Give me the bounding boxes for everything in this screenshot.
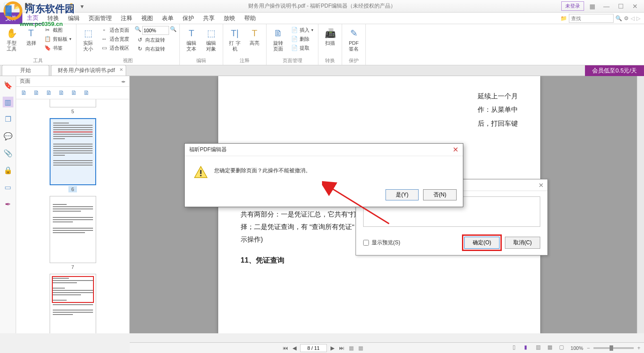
rotate-right-button[interactable]: ↻向右旋转 xyxy=(135,45,177,53)
menu-view[interactable]: 视图 xyxy=(137,13,157,24)
pdf-sign-button[interactable]: ✎PDF 签名 xyxy=(345,26,363,53)
thumbnail-list[interactable]: 5 6 7 xyxy=(16,99,129,333)
sidetool-layers-icon[interactable]: ❐ xyxy=(3,114,13,124)
delete-ok-button[interactable]: 确定(O) xyxy=(464,237,500,249)
qat-print-icon[interactable]: 🖨 xyxy=(35,2,43,10)
next-page-icon[interactable]: ▶ xyxy=(330,345,335,351)
menu-help[interactable]: 帮助 xyxy=(240,13,260,24)
maximize-icon[interactable]: ☐ xyxy=(614,2,627,11)
close-icon[interactable]: ✕ xyxy=(629,2,641,11)
nav-extra-icon-1[interactable]: ▦ xyxy=(348,345,355,351)
view-cont-facing-icon[interactable]: ▦ xyxy=(547,344,555,352)
menu-home[interactable]: 主页 xyxy=(22,13,43,24)
qat-dropdown-icon[interactable]: ▾ xyxy=(78,2,86,10)
edit-object-button[interactable]: ⬚编辑 对象 xyxy=(202,26,220,53)
nav-fwd-icon[interactable]: ▷ xyxy=(636,15,640,21)
menu-form[interactable]: 表单 xyxy=(157,13,178,24)
thumbnail-page-5[interactable]: 5 xyxy=(50,99,96,115)
insert-page-button[interactable]: 📄插入▾ xyxy=(289,26,315,34)
sidetool-signatures-icon[interactable]: ✒ xyxy=(3,199,13,209)
menu-edit[interactable]: 编辑 xyxy=(64,13,84,24)
start-tab[interactable]: 开始 xyxy=(2,65,49,76)
typewriter-button[interactable]: T|打 字机 xyxy=(226,26,244,53)
menu-protect[interactable]: 保护 xyxy=(178,13,199,24)
first-page-icon[interactable]: ⏮ xyxy=(282,345,289,351)
thumb-tb-icon-5[interactable]: 🗎 xyxy=(71,89,79,97)
thumb-tb-icon-2[interactable]: 🗎 xyxy=(33,89,41,97)
show-preview-checkbox[interactable]: 显示预览(S) xyxy=(363,239,400,247)
menu-annotate[interactable]: 注释 xyxy=(116,13,137,24)
rotate-left-button[interactable]: ↺向左旋转 xyxy=(135,36,177,44)
view-facing-icon[interactable]: ▥ xyxy=(536,344,544,352)
view-extra-icon[interactable]: ▢ xyxy=(559,344,567,352)
zoom-slider[interactable] xyxy=(593,347,634,349)
extract-page-button[interactable]: 📄提取 xyxy=(289,44,315,52)
thumb-tb-icon-1[interactable]: 🗎 xyxy=(21,89,29,97)
view-single-icon[interactable]: ▯ xyxy=(513,344,521,352)
prev-page-icon[interactable]: ◀ xyxy=(292,345,297,351)
select-tool-button[interactable]: Ꭲ 选择 xyxy=(22,26,40,47)
thumb-tb-icon-6[interactable]: 🗎 xyxy=(83,89,91,97)
sidetool-fields-icon[interactable]: ▭ xyxy=(3,182,13,192)
confirm-dialog-close-icon[interactable]: ✕ xyxy=(453,145,458,154)
fit-visible-button[interactable]: ▭适合视区 xyxy=(99,44,131,52)
thumbnail-page-6[interactable]: 6 xyxy=(50,118,96,192)
zoom-select[interactable] xyxy=(142,26,169,35)
qat-save-icon[interactable]: 💾 xyxy=(24,2,32,10)
thumb-tb-icon-3[interactable]: 🗎 xyxy=(46,89,54,97)
screenshot-button[interactable]: ✂截图 xyxy=(42,26,73,34)
zoom-in-icon[interactable]: 🔍 xyxy=(170,26,177,35)
menu-page-mgmt[interactable]: 页面管理 xyxy=(84,13,116,24)
zoom-out-icon[interactable]: 🔍 xyxy=(135,26,141,35)
qat-undo-icon[interactable]: ↶ xyxy=(46,2,54,10)
fit-width-button[interactable]: ↔适合宽度 xyxy=(99,35,131,43)
document-tab[interactable]: 财务用户操作说明书.pdf ✕ xyxy=(51,65,126,76)
clipboard-button[interactable]: 📋剪贴板▾ xyxy=(42,35,73,43)
fit-page-button[interactable]: ▫适合页面 xyxy=(99,26,131,34)
member-banner[interactable]: 会员低至0.5元/天 xyxy=(585,65,644,76)
hand-tool-button[interactable]: ✋ 手型 工具 xyxy=(3,26,21,53)
thumbnail-page-8[interactable]: 8 xyxy=(50,274,96,333)
file-menu[interactable]: 文件 xyxy=(0,13,22,24)
actual-size-button[interactable]: ⬚ 实际 大小 xyxy=(79,26,97,53)
nav-back-icon[interactable]: ◁ xyxy=(631,15,635,21)
sidetool-bookmark-icon[interactable]: 🔖 xyxy=(3,80,13,90)
highlight-button[interactable]: T高亮 xyxy=(246,26,263,47)
sidetool-thumbnails-icon[interactable]: ▥ xyxy=(3,97,13,107)
menu-share[interactable]: 共享 xyxy=(199,13,219,24)
search-input[interactable] xyxy=(569,14,614,23)
delete-cancel-button[interactable]: 取消(C) xyxy=(505,237,540,249)
sidetool-comments-icon[interactable]: 💬 xyxy=(3,131,13,141)
menu-present[interactable]: 放映 xyxy=(219,13,240,24)
nav-extra-icon-2[interactable]: ▦ xyxy=(357,345,364,351)
gear-icon[interactable]: ⚙ xyxy=(624,15,629,21)
thumb-tb-icon-4[interactable]: 🗎 xyxy=(58,89,66,97)
sidetool-security-icon[interactable]: 🔒 xyxy=(3,165,13,175)
delete-dialog-close-icon[interactable]: ✕ xyxy=(538,182,544,189)
qat-hand-icon[interactable]: ✋ xyxy=(67,2,75,10)
vertical-scrollbar[interactable] xyxy=(637,76,644,333)
confirm-yes-button[interactable]: 是(Y) xyxy=(386,189,419,200)
confirm-no-button[interactable]: 否(N) xyxy=(423,189,457,200)
page-number-input[interactable] xyxy=(300,344,327,352)
edit-text-button[interactable]: T编辑 文本 xyxy=(182,26,200,53)
sidetool-attachments-icon[interactable]: 📎 xyxy=(3,148,13,158)
thumb-panel-menu-icon[interactable]: ◂▸ xyxy=(121,79,126,84)
minimize-icon[interactable]: — xyxy=(600,2,613,11)
qat-open-icon[interactable]: 📂 xyxy=(13,2,21,10)
bookmark-button[interactable]: 🔖书签 xyxy=(42,44,73,52)
zoom-plus-icon[interactable]: + xyxy=(637,345,640,351)
rotate-page-button[interactable]: 🗎旋转 页面 xyxy=(269,26,287,53)
login-button[interactable]: 未登录 xyxy=(561,1,584,11)
qat-redo-icon[interactable]: ↷ xyxy=(56,2,64,10)
tab-close-icon[interactable]: ✕ xyxy=(119,67,123,72)
search-icon[interactable]: 🔍 xyxy=(615,15,622,21)
scan-button[interactable]: 📠扫描 xyxy=(321,26,339,47)
view-continuous-icon[interactable]: ▮ xyxy=(524,344,532,352)
last-page-icon[interactable]: ⏭ xyxy=(338,345,345,351)
thumbnail-page-7[interactable]: 7 xyxy=(50,196,96,270)
menu-convert[interactable]: 转换 xyxy=(43,13,64,24)
zoom-minus-icon[interactable]: − xyxy=(587,345,590,351)
delete-page-button[interactable]: 📄删除 xyxy=(289,35,315,43)
search-folder-icon[interactable]: 📁 xyxy=(560,15,567,21)
